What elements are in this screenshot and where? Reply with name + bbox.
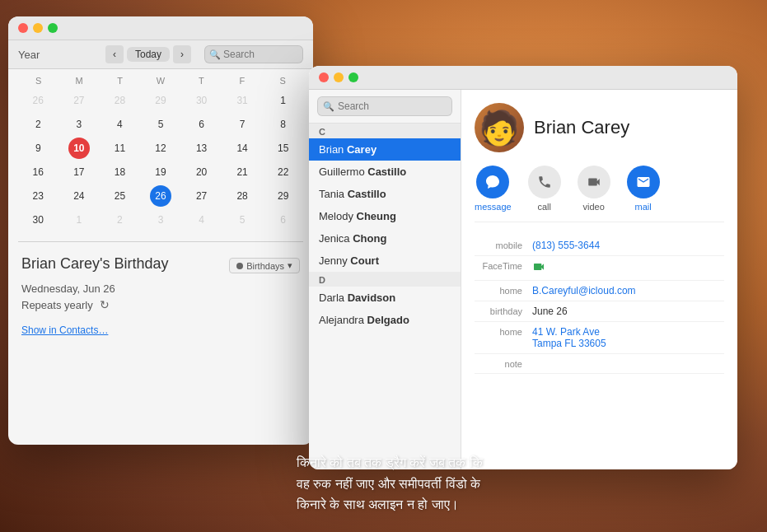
calendar-day[interactable]: 3 — [150, 209, 171, 231]
calendar-day-selected[interactable]: 26 — [150, 185, 171, 207]
calendar-day[interactable]: 4 — [109, 114, 130, 135]
calendar-day[interactable]: 6 — [273, 209, 294, 231]
contact-item-jenny-court[interactable]: Jenny Court — [309, 250, 461, 272]
contact-info-address: home 41 W. Park AveTampa FL 33605 — [475, 322, 724, 354]
prev-period-button[interactable]: ‹ — [105, 45, 124, 63]
caption-text: किनारे को तब तक ड्रैग करें जब तक कि वह र… — [297, 452, 751, 516]
day-header-sun: S — [18, 76, 58, 86]
calendar-day[interactable]: 2 — [109, 209, 130, 231]
contacts-close-button[interactable] — [319, 72, 329, 82]
calendar-day[interactable]: 22 — [273, 161, 294, 183]
calendar-day[interactable]: 16 — [27, 161, 49, 183]
event-title: Brian Carey's Birthday — [21, 255, 169, 273]
calendar-day[interactable]: 20 — [191, 161, 213, 183]
facetime-icon — [532, 260, 545, 273]
contact-item-jenica-chong[interactable]: Jenica Chong — [309, 227, 461, 250]
calendar-day[interactable]: 7 — [232, 114, 253, 135]
calendar-day[interactable]: 8 — [273, 114, 294, 135]
contacts-fullscreen-button[interactable] — [348, 72, 358, 82]
calendar-day[interactable]: 30 — [27, 209, 49, 231]
contact-item-darla-davidson[interactable]: Darla Davidson — [309, 287, 461, 309]
calendar-day[interactable]: 5 — [150, 114, 171, 135]
calendar-day[interactable]: 29 — [273, 185, 294, 207]
avatar-emoji: 🧑 — [479, 111, 520, 144]
info-value-facetime[interactable] — [532, 260, 545, 276]
search-icon: 🔍 — [209, 49, 221, 60]
contact-item-guillermo-castillo[interactable]: Guillermo Castillo — [309, 161, 461, 183]
show-in-contacts-link[interactable]: Show in Contacts… — [21, 324, 108, 336]
video-icon-circle — [578, 166, 610, 198]
calendar-day[interactable]: 31 — [232, 90, 253, 111]
mail-action-label: mail — [635, 202, 652, 212]
message-action-button[interactable]: message — [475, 166, 512, 212]
info-value-mobile[interactable]: (813) 555-3644 — [532, 240, 600, 251]
contact-first-name: Brian — [319, 143, 347, 156]
calendar-badge-label: Birthdays — [246, 261, 284, 271]
contacts-minimize-button[interactable] — [334, 72, 344, 82]
contacts-search-input[interactable] — [317, 96, 452, 116]
contact-first-name: Guillermo — [319, 166, 367, 178]
contact-last-name: Castillo — [348, 188, 386, 200]
fullscreen-button[interactable] — [48, 23, 58, 33]
calendar-grid: 26 27 28 29 30 31 1 2 3 4 5 6 7 8 9 10 1… — [18, 89, 303, 231]
contact-item-alejandra-delgado[interactable]: Alejandra Delgado — [309, 309, 461, 331]
contact-item-brian-carey[interactable]: Brian Carey — [309, 138, 461, 161]
calendar-day[interactable]: 13 — [191, 138, 213, 159]
caption-line1: किनारे को तब तक ड्रैग करें जब तक कि — [297, 455, 483, 469]
call-action-button[interactable]: call — [528, 166, 561, 212]
calendar-day[interactable]: 30 — [191, 90, 213, 111]
contact-item-tania-castillo[interactable]: Tania Castillo — [309, 183, 461, 205]
contact-first-name: Darla — [319, 292, 348, 304]
contact-actions: message call video — [475, 166, 724, 222]
calendar-day[interactable]: 14 — [232, 138, 253, 159]
video-action-button[interactable]: video — [578, 166, 610, 212]
calendar-search-container: 🔍 — [204, 45, 303, 63]
calendar-day[interactable]: 4 — [191, 209, 213, 231]
calendar-day[interactable]: 28 — [109, 90, 130, 111]
mail-icon-circle — [627, 166, 660, 198]
close-button[interactable] — [18, 23, 28, 33]
calendar-day[interactable]: 28 — [232, 185, 253, 207]
calendar-day[interactable]: 2 — [27, 114, 49, 135]
calendar-day[interactable]: 23 — [27, 185, 49, 207]
calendar-day[interactable]: 18 — [109, 161, 130, 183]
calendar-day[interactable]: 21 — [232, 161, 253, 183]
next-period-button[interactable]: › — [173, 45, 191, 63]
contact-first-name: Tania — [319, 188, 348, 200]
calendar-day[interactable]: 6 — [191, 114, 213, 135]
minimize-button[interactable] — [33, 23, 43, 33]
mail-action-button[interactable]: mail — [627, 166, 660, 212]
day-header-thu: T — [181, 76, 222, 86]
calendar-day[interactable]: 1 — [273, 90, 294, 111]
message-action-label: message — [475, 202, 512, 212]
calendar-day[interactable]: 25 — [109, 185, 130, 207]
contact-section-c: C — [309, 124, 461, 138]
info-value-birthday: June 26 — [532, 306, 568, 317]
calendar-day[interactable]: 27 — [191, 185, 213, 207]
calendar-day[interactable]: 29 — [150, 90, 171, 111]
info-value-email[interactable]: B.Careyful@icloud.com — [532, 285, 636, 296]
today-button[interactable]: Today — [127, 47, 170, 62]
calendar-day[interactable]: 24 — [68, 185, 90, 207]
calendar-day[interactable]: 12 — [150, 138, 171, 159]
day-header-fri: F — [222, 76, 262, 86]
calendar-day[interactable]: 3 — [68, 114, 90, 135]
period-label: Year — [18, 49, 40, 61]
calendar-day-today[interactable]: 10 — [68, 138, 90, 159]
contact-item-melody-cheung[interactable]: Melody Cheung — [309, 205, 461, 227]
caption-line2: वह रुक नहीं जाए और समीपवर्ती विंडो के — [297, 477, 480, 491]
message-icon-circle — [476, 166, 509, 198]
calendar-day[interactable]: 26 — [27, 90, 49, 111]
info-value-address[interactable]: 41 W. Park AveTampa FL 33605 — [532, 326, 606, 349]
calendar-day[interactable]: 19 — [150, 161, 171, 183]
calendar-day[interactable]: 27 — [68, 90, 90, 111]
calendar-day[interactable]: 11 — [109, 138, 130, 159]
calendar-badge-dot — [236, 263, 243, 269]
calendar-day[interactable]: 1 — [68, 209, 90, 231]
calendar-day[interactable]: 17 — [68, 161, 90, 183]
calendar-day[interactable]: 15 — [273, 138, 294, 159]
contact-first-name: Jenny — [319, 254, 350, 267]
calendar-nav-group: ‹ Today › — [105, 45, 191, 63]
calendar-day[interactable]: 9 — [27, 138, 49, 159]
calendar-day[interactable]: 5 — [232, 209, 253, 231]
